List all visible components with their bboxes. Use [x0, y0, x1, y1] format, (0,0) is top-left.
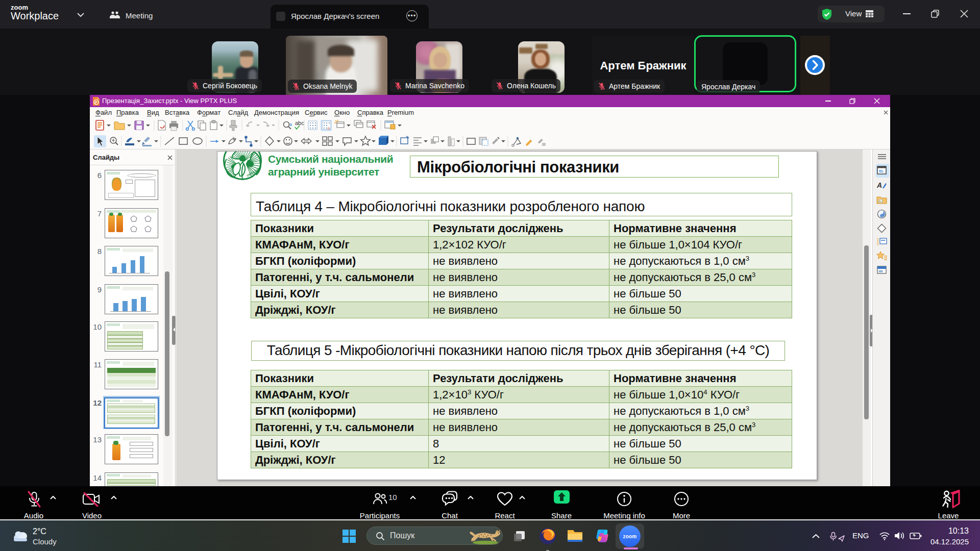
svg-text:a: a — [289, 122, 292, 127]
svg-text:A: A — [877, 181, 882, 189]
svg-text:abc: abc — [295, 120, 304, 126]
svg-text:P: P — [95, 101, 97, 104]
svg-text:n: n — [328, 126, 330, 131]
